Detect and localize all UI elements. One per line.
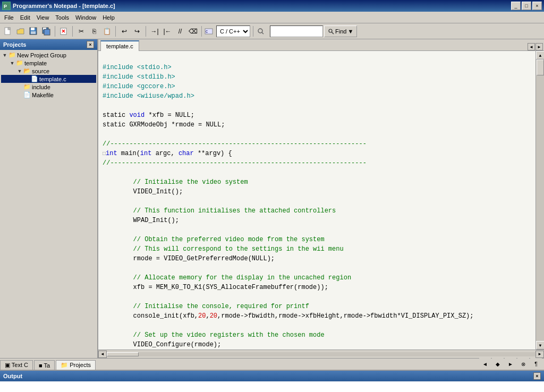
nav-btn5[interactable]: ¶ (530, 358, 542, 370)
hscroll-left-button[interactable]: ◄ (98, 351, 107, 358)
main-area: Projects × ▼ 📁 New Project Group ▼ 📁 tem… (0, 39, 544, 370)
sidebar-header: Projects × (0, 39, 97, 50)
window-title: Programmer's Notepad - [template.c] (13, 3, 115, 9)
scroll-track[interactable] (536, 59, 544, 341)
output-content (0, 381, 544, 392)
tree-item-template[interactable]: ▼ 📁 template (1, 59, 96, 67)
menu-file[interactable]: File (1, 13, 17, 22)
app-icon: P (2, 2, 11, 10)
close-button[interactable]: × (532, 2, 542, 10)
tab-bar: template.c ◄ ► (98, 39, 544, 51)
code-content: #include <stdio.h> #include <stdlib.h> #… (98, 51, 536, 350)
svg-text:C: C (206, 30, 208, 34)
indent-button[interactable]: →| (149, 25, 160, 37)
tree-item-project-group[interactable]: ▼ 📁 New Project Group (1, 51, 96, 59)
back-btn[interactable]: ◄ (479, 358, 491, 370)
content-row: Projects × ▼ 📁 New Project Group ▼ 📁 tem… (0, 39, 544, 358)
tab-nav: ◄ ► (528, 43, 544, 50)
tree-label-include: include (32, 84, 50, 90)
forward-btn2[interactable]: ◆ (492, 358, 504, 370)
save-all-button[interactable] (40, 25, 52, 37)
tree-item-source[interactable]: ▼ 📂 source (1, 67, 96, 75)
scroll-thumb[interactable] (537, 59, 544, 75)
tree-label-group: New Project Group (17, 52, 66, 58)
find-button[interactable]: Find ▼ (324, 25, 357, 37)
output-header: Output × (0, 371, 544, 381)
svg-rect-10 (44, 29, 50, 35)
undo-button[interactable]: ↩ (118, 25, 130, 37)
hscroll-thumb[interactable] (107, 352, 139, 356)
output-close-button[interactable]: × (533, 372, 541, 380)
tree-item-makefile[interactable]: 📄 Makefile (1, 91, 96, 99)
redo-button[interactable]: ↪ (131, 25, 143, 37)
code-area[interactable]: #include <stdio.h> #include <stdlib.h> #… (98, 51, 536, 350)
tab-template-c[interactable]: template.c (100, 40, 139, 51)
menu-window[interactable]: Window (72, 13, 99, 22)
svg-line-17 (262, 32, 264, 34)
vertical-scrollbar[interactable]: ▲ ▼ (536, 51, 544, 350)
tree-item-include[interactable]: 📁 include (1, 83, 96, 91)
svg-point-16 (258, 29, 262, 33)
bottom-tab-bar: ▣ Text C ■ Ta 📁 Projects ◄ ◆ ► ⊗ ¶ (0, 358, 544, 370)
cut-button[interactable]: ✂ (75, 25, 87, 37)
find-path-icon (256, 27, 265, 36)
open-button[interactable] (15, 25, 27, 37)
menu-edit[interactable]: Edit (17, 13, 33, 22)
tree-expander-include (16, 84, 23, 90)
scroll-down-button[interactable]: ▼ (536, 341, 544, 350)
nav-btn3[interactable]: ► (505, 358, 516, 370)
tree-expander-source[interactable]: ▼ (16, 69, 23, 74)
horizontal-scrollbar[interactable]: ◄ ► (98, 350, 544, 358)
tree-expander-group[interactable]: ▼ (1, 53, 8, 58)
find-input[interactable]: putpixel (270, 25, 323, 37)
title-bar: P Programmer's Notepad - [template.c] _ … (0, 0, 544, 12)
outdent-button[interactable]: |← (162, 25, 173, 37)
close-file-button[interactable] (58, 25, 70, 37)
comment-button[interactable]: // (174, 25, 186, 37)
save-button[interactable] (28, 25, 39, 37)
paste-button[interactable]: 📋 (101, 25, 113, 37)
svg-text:P: P (4, 4, 7, 9)
new-button[interactable] (2, 25, 14, 37)
maximize-button[interactable]: □ (522, 2, 531, 10)
btab-text-c[interactable]: ▣ Text C (0, 360, 33, 370)
language-selector[interactable]: C / C++ (216, 25, 250, 37)
tree-expander-makefile (16, 92, 23, 98)
hscroll-track[interactable] (107, 352, 536, 356)
uncomment-button[interactable]: ⌫ (187, 25, 199, 37)
minimize-button[interactable]: _ (511, 2, 521, 10)
language-icon: C (205, 27, 213, 36)
svg-line-19 (332, 32, 334, 34)
svg-rect-7 (31, 31, 36, 34)
menu-help[interactable]: Help (99, 13, 118, 22)
tree-expander-templatec (23, 76, 31, 82)
tree-item-template-c[interactable]: 📄 template.c (1, 75, 96, 83)
btab-ta[interactable]: ■ Ta (34, 360, 55, 370)
sep-3 (115, 26, 116, 37)
project-tree: ▼ 📁 New Project Group ▼ 📁 template ▼ 📂 s… (0, 50, 97, 358)
svg-rect-6 (31, 28, 35, 30)
copy-button[interactable]: ⎘ (88, 25, 100, 37)
menu-bar: File Edit View Tools Window Help (0, 12, 544, 23)
menu-tools[interactable]: Tools (52, 13, 72, 22)
sep-6 (253, 26, 253, 37)
nav-btn4[interactable]: ⊗ (517, 358, 529, 370)
toolbar: ✂ ⎘ 📋 ↩ ↪ →| |← // ⌫ C C / C++ putpixel … (0, 23, 544, 39)
sep-4 (146, 26, 146, 37)
tab-prev-button[interactable]: ◄ (528, 43, 535, 50)
sidebar-close-button[interactable]: × (87, 41, 94, 48)
sep-2 (72, 26, 73, 37)
tab-next-button[interactable]: ► (536, 43, 543, 50)
sep-1 (55, 26, 55, 37)
scroll-up-button[interactable]: ▲ (536, 51, 544, 59)
sidebar-title: Projects (3, 41, 26, 48)
hscroll-right-button[interactable]: ► (536, 351, 544, 358)
sidebar: Projects × ▼ 📁 New Project Group ▼ 📁 tem… (0, 39, 98, 358)
tree-label-makefile: Makefile (32, 92, 54, 98)
menu-view[interactable]: View (33, 13, 53, 22)
sep-5 (201, 26, 202, 37)
tree-label-template-c: template.c (39, 76, 66, 82)
btab-projects[interactable]: 📁 Projects (56, 360, 96, 370)
tree-expander-template[interactable]: ▼ (8, 61, 16, 66)
tree-label-template: template (24, 60, 47, 66)
